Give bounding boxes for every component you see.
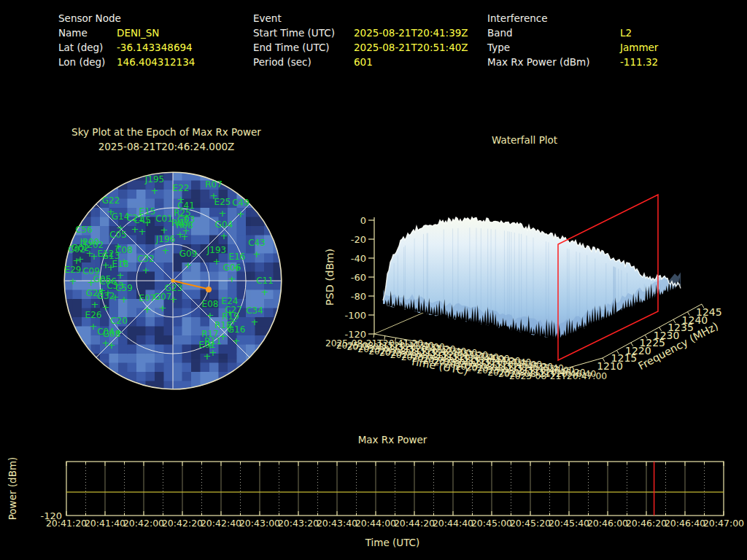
svg-text:E01: E01 xyxy=(199,340,216,350)
svg-text:C11: C11 xyxy=(256,276,274,286)
waterfall-title: Waterfall Plot xyxy=(452,133,597,147)
event-period-value: 601 xyxy=(354,56,373,68)
svg-text:+: + xyxy=(213,256,221,267)
svg-text:20:42:20: 20:42:20 xyxy=(162,518,203,529)
svg-text:0: 0 xyxy=(360,215,366,226)
sky-plot-title-line2: 2025-08-21T20:46:24.000Z xyxy=(42,139,290,154)
max-rx-power-chart: 20:41:2020:41:4020:42:0020:42:2020:42:40… xyxy=(0,456,747,560)
svg-text:E29: E29 xyxy=(65,265,82,275)
svg-text:-120: -120 xyxy=(40,510,62,521)
svg-text:G08: G08 xyxy=(103,329,121,339)
interference-type-label: Type xyxy=(487,40,620,55)
svg-text:20:45:00: 20:45:00 xyxy=(471,518,512,529)
svg-text:+: + xyxy=(219,208,227,219)
event-period-label: Period (sec) xyxy=(253,55,354,69)
svg-text:+: + xyxy=(108,340,116,351)
svg-text:+: + xyxy=(144,304,152,315)
svg-text:Power (dBm): Power (dBm) xyxy=(7,457,18,521)
svg-text:R08: R08 xyxy=(176,220,193,230)
svg-text:+: + xyxy=(233,335,241,346)
svg-text:+: + xyxy=(228,273,236,284)
waterfall-plot: 0-20-40-60-80-100-120PSD (dBm)2025-08-21… xyxy=(321,179,747,390)
interference-type-value: Jammer xyxy=(620,42,658,53)
sensor-monitor-screen: { "colors": { "background": "#000000", "… xyxy=(0,0,747,560)
svg-text:Time (UTC): Time (UTC) xyxy=(365,537,420,548)
svg-text:C49: C49 xyxy=(232,198,249,208)
svg-text:E08: E08 xyxy=(202,299,219,309)
svg-text:+: + xyxy=(206,310,214,321)
sensor-node-panel: Sensor Node NameDENI_SN Lat (deg)-36.143… xyxy=(58,11,195,69)
svg-text:20:44:40: 20:44:40 xyxy=(433,518,473,529)
sensor-lon-label: Lon (deg) xyxy=(58,55,117,69)
event-title: Event xyxy=(253,12,282,24)
svg-text:C05: C05 xyxy=(109,230,127,240)
svg-text:C32: C32 xyxy=(137,254,155,264)
svg-text:-100: -100 xyxy=(344,310,366,321)
svg-text:2025-08-21T20:47:00: 2025-08-21T20:47:00 xyxy=(509,371,607,381)
interference-title: Interference xyxy=(487,12,548,24)
svg-text:20:46:00: 20:46:00 xyxy=(587,518,628,529)
svg-text:C02: C02 xyxy=(68,244,85,254)
svg-text:20:43:40: 20:43:40 xyxy=(317,518,357,529)
svg-text:+: + xyxy=(162,245,170,256)
svg-text:20:43:20: 20:43:20 xyxy=(278,518,319,529)
sensor-node-title: Sensor Node xyxy=(58,12,121,24)
svg-text:G04: G04 xyxy=(215,219,233,230)
svg-text:20:41:40: 20:41:40 xyxy=(85,518,125,529)
sky-plot-title: Sky Plot at the Epoch of Max Rx Power 20… xyxy=(42,125,290,154)
svg-text:+: + xyxy=(237,209,245,219)
svg-text:C43: C43 xyxy=(248,238,266,248)
svg-text:20:46:40: 20:46:40 xyxy=(665,518,705,529)
svg-text:+: + xyxy=(159,303,167,314)
svg-text:20:42:40: 20:42:40 xyxy=(201,518,241,529)
event-end-value: 2025-08-21T20:51:40Z xyxy=(354,42,468,53)
svg-text:-80: -80 xyxy=(351,291,366,302)
sky-plot: J195+E22+R07+G22+C41+E25+C49+E15+G14+C56… xyxy=(63,171,282,390)
event-panel: Event Start Time (UTC)2025-08-21T20:41:3… xyxy=(253,11,468,69)
svg-text:+: + xyxy=(220,230,228,241)
svg-text:+: + xyxy=(69,276,77,287)
max-rx-title: Max Rx Power xyxy=(320,432,465,447)
sensor-lat-value: -36.143348694 xyxy=(117,42,193,53)
svg-text:C45: C45 xyxy=(133,215,151,225)
svg-text:+: + xyxy=(253,249,261,260)
svg-text:C56: C56 xyxy=(75,225,93,235)
interference-band-value: L2 xyxy=(620,27,632,39)
svg-text:+: + xyxy=(117,270,125,281)
interference-panel: Interference BandL2 TypeJammer Max Rx Po… xyxy=(487,11,658,69)
svg-text:J195: J195 xyxy=(144,174,164,184)
interference-maxrx-value: -111.32 xyxy=(620,56,658,68)
svg-text:J193: J193 xyxy=(206,245,226,255)
svg-text:+: + xyxy=(142,265,150,276)
svg-text:-20: -20 xyxy=(351,234,366,245)
event-start-value: 2025-08-21T20:41:39Z xyxy=(354,27,468,39)
svg-text:E25: E25 xyxy=(214,197,231,207)
svg-text:G13: G13 xyxy=(102,251,120,261)
svg-text:C20: C20 xyxy=(110,316,128,326)
svg-text:+: + xyxy=(181,231,189,242)
sensor-name-label: Name xyxy=(58,26,117,40)
svg-text:20:42:00: 20:42:00 xyxy=(123,518,164,529)
svg-text:G06: G06 xyxy=(223,262,241,273)
svg-text:-60: -60 xyxy=(351,272,366,283)
svg-text:R07: R07 xyxy=(205,179,222,190)
svg-text:C59: C59 xyxy=(115,283,133,293)
interference-band-label: Band xyxy=(487,26,620,40)
sensor-lon-value: 146.404312134 xyxy=(117,56,195,68)
svg-text:+: + xyxy=(139,226,147,237)
svg-text:+: + xyxy=(261,287,269,298)
svg-text:G09: G09 xyxy=(179,249,198,259)
svg-text:1245: 1245 xyxy=(696,306,722,318)
event-start-label: Start Time (UTC) xyxy=(253,26,354,40)
svg-text:+: + xyxy=(185,260,193,271)
svg-text:G16: G16 xyxy=(228,324,246,335)
svg-text:G23: G23 xyxy=(165,283,183,293)
svg-text:+: + xyxy=(251,316,259,327)
waterfall-surface xyxy=(383,217,681,340)
svg-text:20:44:00: 20:44:00 xyxy=(355,518,396,529)
svg-text:+: + xyxy=(120,294,128,305)
svg-text:20:47:00: 20:47:00 xyxy=(703,518,744,529)
svg-text:20:45:40: 20:45:40 xyxy=(549,518,589,529)
svg-text:G32: G32 xyxy=(97,291,115,301)
svg-text:-40: -40 xyxy=(351,253,366,264)
